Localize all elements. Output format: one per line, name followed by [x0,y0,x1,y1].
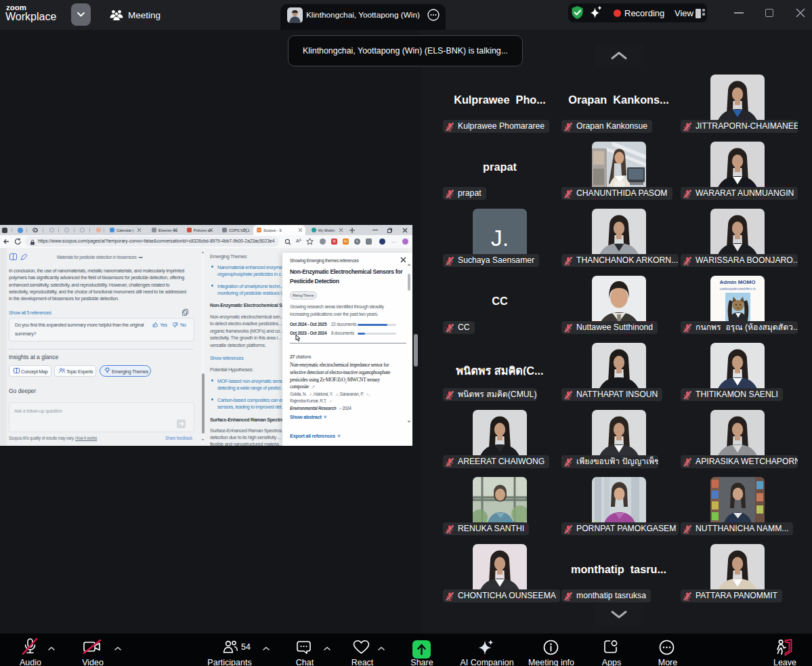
svg-text:Admin MOMO: Admin MOMO [720,279,756,285]
